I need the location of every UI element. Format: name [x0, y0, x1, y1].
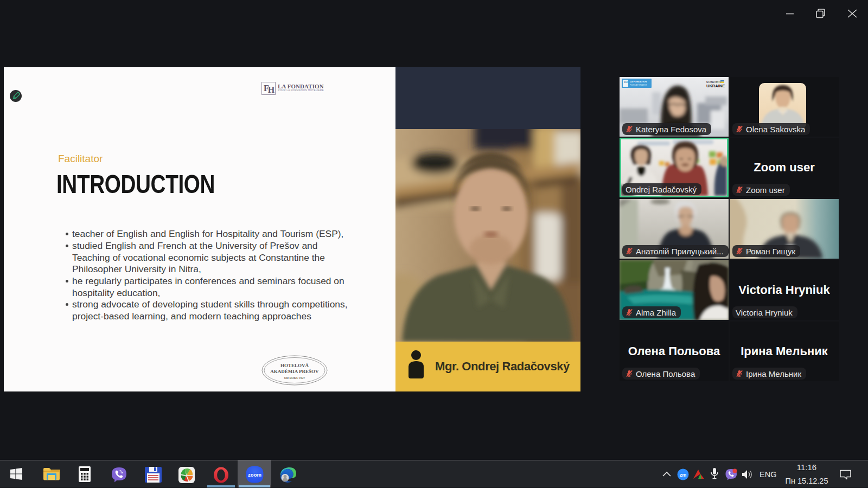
- svg-text:OD ROKU 1927: OD ROKU 1927: [284, 376, 305, 380]
- svg-text:POUR LA FORMATION: POUR LA FORMATION: [630, 84, 647, 86]
- svg-text:LA FONDATION: LA FONDATION: [630, 80, 647, 83]
- svg-text:zoom: zoom: [248, 472, 261, 478]
- svg-text:AKADÉMIA PREŠOV: AKADÉMIA PREŠOV: [270, 369, 319, 374]
- svg-text:FH: FH: [624, 80, 628, 84]
- svg-text:zm: zm: [680, 472, 687, 478]
- svg-text:UKRAINE: UKRAINE: [706, 84, 725, 88]
- svg-text:HOTELOVÁ: HOTELOVÁ: [280, 363, 309, 368]
